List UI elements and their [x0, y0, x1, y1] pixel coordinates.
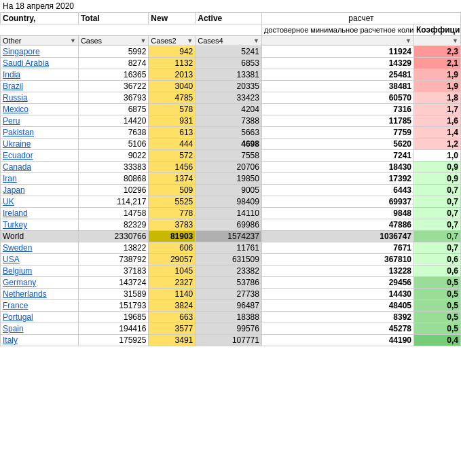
active-cell: 13381	[196, 69, 262, 81]
active-cell: 18388	[196, 312, 262, 323]
koef-cell: 0,7	[414, 219, 461, 231]
active-cell: 5663	[196, 127, 262, 139]
active-cell: 99576	[196, 323, 262, 335]
country-link[interactable]: Ireland	[3, 208, 28, 218]
country-cell: World	[1, 231, 79, 242]
country-link[interactable]: Sweden	[3, 243, 32, 253]
rashet-cell: 7316	[261, 104, 413, 115]
new-cell: 509	[149, 185, 196, 196]
filter-cases[interactable]: Cases▼	[78, 36, 148, 46]
filter-koef[interactable]: ▼	[414, 36, 461, 46]
country-link[interactable]: Saudi Arabia	[3, 58, 49, 68]
active-cell: 14110	[196, 208, 262, 219]
new-cell: 1132	[149, 58, 196, 69]
total-cell: 2330766	[78, 231, 148, 242]
total-cell: 31589	[78, 289, 148, 300]
new-cell: 2327	[149, 277, 196, 289]
country-link[interactable]: Singapore	[3, 47, 40, 56]
country-cell: Canada	[1, 162, 79, 173]
country-cell: Saudi Arabia	[1, 58, 79, 69]
country-link[interactable]: Japan	[3, 185, 25, 195]
country-link[interactable]: Turkey	[3, 220, 27, 230]
country-link[interactable]: Ukraine	[3, 139, 31, 149]
total-cell: 36722	[78, 81, 148, 92]
active-cell: 98409	[196, 196, 262, 208]
active-cell: 20335	[196, 81, 262, 92]
koef-cell: 1,6	[414, 115, 461, 127]
total-cell: 5106	[78, 139, 148, 150]
new-cell: 1045	[149, 266, 196, 277]
koef-cell: 0,9	[414, 173, 461, 185]
country-link[interactable]: Ecuador	[3, 151, 33, 160]
country-link[interactable]: UK	[3, 197, 14, 206]
country-link[interactable]: Italy	[3, 335, 18, 345]
total-cell: 16365	[78, 69, 148, 81]
filter-cases4[interactable]: Cases4▼	[196, 36, 262, 46]
new-cell: 5525	[149, 196, 196, 208]
th-rashet-desc: достоверное минимальное расчетное количе…	[261, 24, 413, 36]
total-cell: 7638	[78, 127, 148, 139]
new-cell: 1374	[149, 173, 196, 185]
country-cell: Japan	[1, 185, 79, 196]
country-link[interactable]: USA	[3, 255, 20, 264]
country-cell: Russia	[1, 92, 79, 104]
new-cell: 81903	[149, 231, 196, 242]
new-cell: 942	[149, 46, 196, 58]
total-cell: 82329	[78, 219, 148, 231]
active-cell: 27738	[196, 289, 262, 300]
active-cell: 19850	[196, 173, 262, 185]
total-cell: 6875	[78, 104, 148, 115]
koef-cell: 0,7	[414, 196, 461, 208]
koef-cell: 1,4	[414, 127, 461, 139]
active-cell: 96487	[196, 300, 262, 312]
country-cell: Germany	[1, 277, 79, 289]
active-cell: 23382	[196, 266, 262, 277]
country-link[interactable]: Netherlands	[3, 289, 47, 299]
active-cell: 631509	[196, 254, 262, 266]
koef-cell: 2,1	[414, 58, 461, 69]
country-link[interactable]: Brazil	[3, 81, 23, 91]
active-cell: 5241	[196, 46, 262, 58]
koef-cell: 0,7	[414, 208, 461, 219]
koef-cell: 1,0	[414, 150, 461, 162]
koef-cell: 0,4	[414, 335, 461, 346]
country-link[interactable]: Iran	[3, 174, 17, 183]
country-link[interactable]: Canada	[3, 162, 31, 172]
new-cell: 29057	[149, 254, 196, 266]
active-cell: 69986	[196, 219, 262, 231]
new-cell: 663	[149, 312, 196, 323]
koef-cell: 0,5	[414, 312, 461, 323]
filter-other[interactable]: Other▼	[1, 36, 79, 46]
koef-cell: 0,5	[414, 300, 461, 312]
country-link[interactable]: Portugal	[3, 312, 33, 322]
filter-rashet[interactable]: ▼	[261, 36, 413, 46]
th-active: Active	[196, 13, 262, 24]
country-link[interactable]: Peru	[3, 116, 20, 126]
active-cell: 4204	[196, 104, 262, 115]
rashet-cell: 48405	[261, 300, 413, 312]
country-link[interactable]: Spain	[3, 324, 24, 333]
country-cell: Brazil	[1, 81, 79, 92]
new-cell: 444	[149, 139, 196, 150]
rashet-cell: 7759	[261, 127, 413, 139]
country-link[interactable]: Germany	[3, 278, 36, 287]
country-link[interactable]: Russia	[3, 93, 28, 103]
total-cell: 19685	[78, 312, 148, 323]
country-cell: UK	[1, 196, 79, 208]
country-link[interactable]: Pakistan	[3, 128, 34, 137]
rashet-cell: 29456	[261, 277, 413, 289]
country-link[interactable]: India	[3, 70, 20, 79]
new-cell: 3824	[149, 300, 196, 312]
country-link[interactable]: Mexico	[3, 105, 29, 114]
country-cell: Sweden	[1, 242, 79, 254]
total-cell: 5992	[78, 46, 148, 58]
koef-cell: 0,7	[414, 185, 461, 196]
filter-cases2[interactable]: Cases2▼	[149, 36, 196, 46]
new-cell: 606	[149, 242, 196, 254]
rashet-cell: 7671	[261, 242, 413, 254]
country-link[interactable]: France	[3, 301, 28, 310]
country-link[interactable]: Belgium	[3, 266, 32, 276]
new-cell: 578	[149, 104, 196, 115]
th-koef: Коэффицинет	[414, 24, 461, 36]
koef-cell: 0,7	[414, 242, 461, 254]
